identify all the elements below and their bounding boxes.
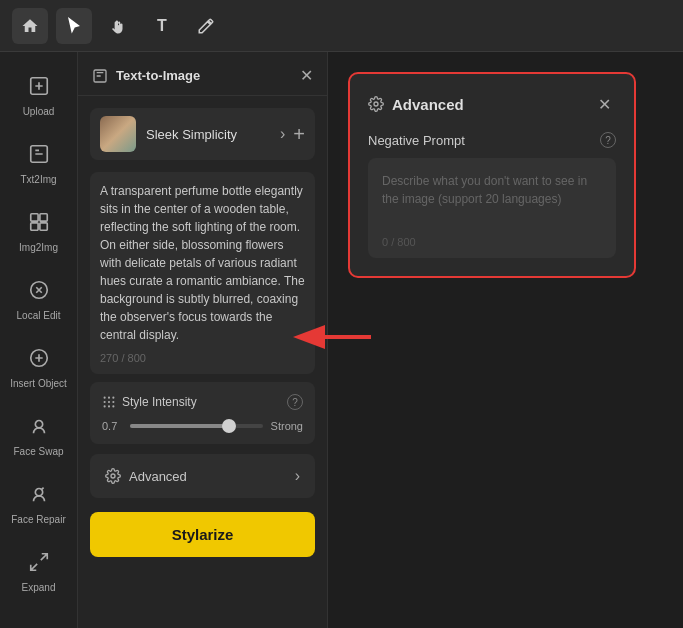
expand-icon	[23, 546, 55, 578]
style-intensity-info-icon[interactable]: ?	[287, 394, 303, 410]
advanced-label: Advanced	[129, 469, 187, 484]
negative-prompt-label-row: Negative Prompt ?	[368, 132, 616, 148]
sidebar-item-face-swap-label: Face Swap	[13, 446, 63, 458]
slider-fill	[130, 424, 232, 428]
modal-close-button[interactable]: ✕	[592, 92, 616, 116]
negative-prompt-label: Negative Prompt	[368, 133, 465, 148]
sidebar-item-face-repair[interactable]: Face Repair	[5, 470, 73, 534]
pen-icon[interactable]	[188, 8, 224, 44]
red-arrow	[291, 317, 381, 357]
sidebar-item-face-swap[interactable]: Face Swap	[5, 402, 73, 466]
prompt-counter: 270 / 800	[100, 352, 305, 364]
close-panel-button[interactable]: ✕	[300, 66, 313, 85]
top-toolbar: T	[0, 0, 683, 52]
cursor-icon[interactable]	[56, 8, 92, 44]
advanced-modal: Advanced ✕ Negative Prompt ? Describe wh…	[348, 72, 636, 278]
modal-title-group: Advanced	[368, 96, 464, 113]
slider-level: Strong	[271, 420, 303, 432]
sidebar-item-txt2img[interactable]: Txt2Img	[5, 130, 73, 194]
right-area: Advanced ✕ Negative Prompt ? Describe wh…	[328, 52, 683, 628]
style-intensity-block: Style Intensity ? 0.7 Strong	[90, 382, 315, 444]
settings-icon	[105, 468, 121, 484]
hand-icon[interactable]	[100, 8, 136, 44]
panel-title: Text-to-Image	[116, 68, 200, 83]
style-chevron-icon: ›	[280, 125, 285, 143]
face-repair-icon	[23, 478, 55, 510]
sidebar-item-upload-label: Upload	[23, 106, 55, 118]
sidebar-item-local-edit-label: Local Edit	[17, 310, 61, 322]
advanced-chevron-icon: ›	[295, 467, 300, 485]
prompt-area[interactable]: A transparent perfume bottle elegantly s…	[90, 172, 315, 374]
panel-body: Sleek Simplicity › + A transparent perfu…	[78, 96, 327, 628]
svg-rect-5	[39, 223, 46, 230]
text-to-image-icon	[92, 68, 108, 84]
negative-prompt-info-icon[interactable]: ?	[600, 132, 616, 148]
face-swap-icon	[23, 410, 55, 442]
slider-track[interactable]	[130, 424, 263, 428]
sidebar-item-img2img[interactable]: Img2Img	[5, 198, 73, 262]
panel-title-group: Text-to-Image	[92, 68, 200, 84]
sidebar-item-img2img-label: Img2Img	[19, 242, 58, 254]
svg-point-17	[104, 405, 106, 407]
img2img-icon	[23, 206, 55, 238]
txt2img-icon	[23, 138, 55, 170]
grid-dots-icon	[102, 395, 116, 409]
sidebar-item-expand-label: Expand	[22, 582, 56, 594]
svg-point-20	[111, 474, 115, 478]
style-intensity-header: Style Intensity ?	[102, 394, 303, 410]
negative-prompt-placeholder: Describe what you don't want to see in t…	[382, 172, 602, 208]
svg-point-13	[112, 397, 114, 399]
style-preset-left: Sleek Simplicity	[100, 116, 237, 152]
negative-prompt-box[interactable]: Describe what you don't want to see in t…	[368, 158, 616, 258]
sidebar-item-face-repair-label: Face Repair	[11, 514, 65, 526]
panel-header: Text-to-Image ✕	[78, 52, 327, 96]
modal-settings-icon	[368, 96, 384, 112]
slider-row: 0.7 Strong	[102, 420, 303, 432]
advanced-left: Advanced	[105, 468, 187, 484]
upload-icon	[23, 70, 55, 102]
svg-point-8	[35, 421, 42, 428]
svg-point-15	[108, 401, 110, 403]
sidebar-item-upload[interactable]: Upload	[5, 62, 73, 126]
local-edit-icon	[23, 274, 55, 306]
modal-header: Advanced ✕	[368, 92, 616, 116]
slider-thumb[interactable]	[222, 419, 236, 433]
svg-point-23	[374, 102, 378, 106]
svg-rect-4	[30, 223, 37, 230]
sidebar-item-insert-object-label: Insert Object	[10, 378, 67, 390]
advanced-row[interactable]: Advanced ›	[90, 454, 315, 498]
insert-object-icon	[23, 342, 55, 374]
svg-point-18	[108, 405, 110, 407]
sidebar-item-insert-object[interactable]: Insert Object	[5, 334, 73, 398]
sidebar-item-local-edit[interactable]: Local Edit	[5, 266, 73, 330]
negative-prompt-counter: 0 / 800	[382, 236, 416, 248]
stylarize-button[interactable]: Stylarize	[90, 512, 315, 557]
svg-point-16	[112, 401, 114, 403]
svg-point-12	[108, 397, 110, 399]
slider-value: 0.7	[102, 420, 122, 432]
svg-point-11	[104, 397, 106, 399]
svg-rect-3	[39, 214, 46, 221]
svg-rect-2	[30, 214, 37, 221]
svg-point-14	[104, 401, 106, 403]
svg-point-19	[112, 405, 114, 407]
add-style-button[interactable]: +	[293, 123, 305, 146]
style-name: Sleek Simplicity	[146, 127, 237, 142]
sidebar-item-expand[interactable]: Expand	[5, 538, 73, 602]
svg-point-9	[35, 489, 42, 496]
main-area: Upload Txt2Img Img2Img Local Edit Insert…	[0, 52, 683, 628]
left-sidebar: Upload Txt2Img Img2Img Local Edit Insert…	[0, 52, 78, 628]
prompt-text: A transparent perfume bottle elegantly s…	[100, 182, 305, 344]
style-intensity-title: Style Intensity	[102, 395, 197, 409]
sidebar-item-txt2img-label: Txt2Img	[20, 174, 56, 186]
home-icon[interactable]	[12, 8, 48, 44]
modal-title: Advanced	[392, 96, 464, 113]
style-preset-row[interactable]: Sleek Simplicity › +	[90, 108, 315, 160]
style-thumbnail	[100, 116, 136, 152]
text-icon[interactable]: T	[144, 8, 180, 44]
style-intensity-label: Style Intensity	[122, 395, 197, 409]
